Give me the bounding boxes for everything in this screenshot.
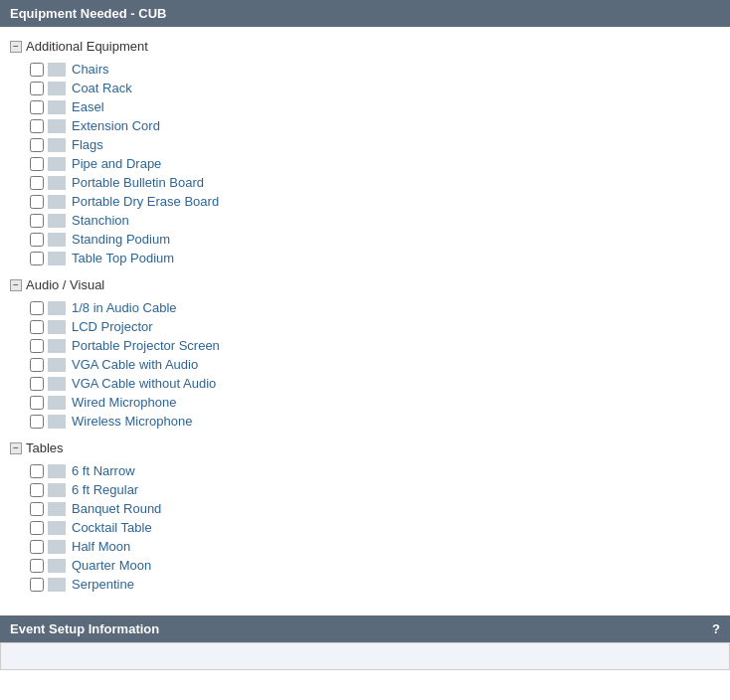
item-spacer: [48, 252, 66, 265]
checkbox-extension-cord[interactable]: [30, 119, 44, 133]
checkbox-6-ft-narrow[interactable]: [30, 464, 44, 478]
checkbox-coat-rack[interactable]: [30, 82, 44, 95]
list-item: Easel: [30, 97, 720, 116]
item-link-standing-podium[interactable]: Standing Podium: [72, 232, 170, 247]
item-link-1/8-in-audio-cable[interactable]: 1/8 in Audio Cable: [72, 300, 177, 315]
item-spacer: [48, 540, 66, 554]
list-item: Serpentine: [30, 575, 720, 594]
panel-header: Equipment Needed - CUB: [0, 0, 730, 27]
checkbox-quarter-moon[interactable]: [30, 559, 44, 573]
event-setup-header: Event Setup Information ?: [0, 615, 730, 642]
checkbox-lcd-projector[interactable]: [30, 320, 44, 334]
item-link-quarter-moon[interactable]: Quarter Moon: [72, 558, 151, 573]
collapse-btn-tables[interactable]: −: [10, 442, 22, 454]
item-spacer: [48, 138, 66, 152]
list-item: 6 ft Narrow: [30, 461, 720, 480]
group-header-tables: −Tables: [10, 440, 720, 455]
item-spacer: [48, 214, 66, 228]
checkbox-serpentine[interactable]: [30, 578, 44, 592]
item-link-wired-microphone[interactable]: Wired Microphone: [72, 395, 177, 410]
item-link-portable-bulletin-board[interactable]: Portable Bulletin Board: [72, 175, 204, 190]
list-item: Coat Rack: [30, 79, 720, 97]
list-item: Cocktail Table: [30, 518, 720, 537]
item-spacer: [48, 578, 66, 592]
checkbox-pipe-and-drape[interactable]: [30, 157, 44, 171]
help-icon[interactable]: ?: [712, 621, 720, 636]
checkbox-wired-microphone[interactable]: [30, 396, 44, 410]
item-list-audio-visual: 1/8 in Audio CableLCD ProjectorPortable …: [30, 298, 720, 431]
item-link-flags[interactable]: Flags: [72, 137, 103, 152]
checkbox-standing-podium[interactable]: [30, 233, 44, 247]
collapse-btn-audio-visual[interactable]: −: [10, 279, 22, 291]
item-link-lcd-projector[interactable]: LCD Projector: [72, 319, 153, 334]
item-link-vga-cable-without-audio[interactable]: VGA Cable without Audio: [72, 376, 216, 391]
item-list-additional-equipment: ChairsCoat RackEaselExtension CordFlagsP…: [30, 60, 720, 267]
item-link-table-top-podium[interactable]: Table Top Podium: [72, 251, 174, 265]
checkbox-portable-projector-screen[interactable]: [30, 339, 44, 353]
item-spacer: [48, 233, 66, 247]
list-item: Pipe and Drape: [30, 154, 720, 173]
item-link-vga-cable-with-audio[interactable]: VGA Cable with Audio: [72, 357, 198, 372]
group-label-tables: Tables: [26, 440, 64, 455]
item-link-cocktail-table[interactable]: Cocktail Table: [72, 520, 152, 535]
list-item: Wired Microphone: [30, 393, 720, 412]
list-item: LCD Projector: [30, 317, 720, 336]
list-item: Chairs: [30, 60, 720, 79]
item-link-6-ft-narrow[interactable]: 6 ft Narrow: [72, 463, 135, 478]
item-link-chairs[interactable]: Chairs: [72, 62, 109, 77]
item-link-pipe-and-drape[interactable]: Pipe and Drape: [72, 156, 161, 171]
list-item: Banquet Round: [30, 499, 720, 518]
list-item: 1/8 in Audio Cable: [30, 298, 720, 317]
list-item: Stanchion: [30, 211, 720, 230]
checkbox-portable-bulletin-board[interactable]: [30, 176, 44, 190]
item-spacer: [48, 82, 66, 95]
checkbox-chairs[interactable]: [30, 63, 44, 77]
checkbox-vga-cable-without-audio[interactable]: [30, 377, 44, 391]
list-item: Portable Bulletin Board: [30, 173, 720, 192]
item-spacer: [48, 559, 66, 573]
checkbox-vga-cable-with-audio[interactable]: [30, 358, 44, 372]
item-link-stanchion[interactable]: Stanchion: [72, 213, 129, 228]
checkbox-banquet-round[interactable]: [30, 502, 44, 516]
list-item: Standing Podium: [30, 230, 720, 249]
checkbox-stanchion[interactable]: [30, 214, 44, 228]
event-setup-label: Event Setup Information: [10, 621, 159, 636]
item-spacer: [48, 521, 66, 535]
item-spacer: [48, 176, 66, 190]
collapse-btn-additional-equipment[interactable]: −: [10, 41, 22, 53]
list-item: VGA Cable without Audio: [30, 374, 720, 393]
item-link-6-ft-regular[interactable]: 6 ft Regular: [72, 482, 138, 497]
item-spacer: [48, 100, 66, 114]
checkbox-cocktail-table[interactable]: [30, 521, 44, 535]
item-link-portable-projector-screen[interactable]: Portable Projector Screen: [72, 338, 220, 353]
item-link-extension-cord[interactable]: Extension Cord: [72, 118, 160, 133]
list-item: VGA Cable with Audio: [30, 355, 720, 374]
list-item: 6 ft Regular: [30, 480, 720, 499]
checkbox-half-moon[interactable]: [30, 540, 44, 554]
checkbox-6-ft-regular[interactable]: [30, 483, 44, 497]
item-spacer: [48, 339, 66, 353]
item-link-half-moon[interactable]: Half Moon: [72, 539, 130, 554]
item-link-banquet-round[interactable]: Banquet Round: [72, 501, 161, 516]
panel-title: Equipment Needed - CUB: [10, 6, 166, 21]
list-item: Extension Cord: [30, 116, 720, 135]
checkbox-wireless-microphone[interactable]: [30, 415, 44, 429]
checkbox-1/8-in-audio-cable[interactable]: [30, 301, 44, 315]
groups-container: −Additional EquipmentChairsCoat RackEase…: [10, 39, 720, 594]
checkbox-easel[interactable]: [30, 100, 44, 114]
item-spacer: [48, 415, 66, 429]
list-item: Half Moon: [30, 537, 720, 556]
list-item: Quarter Moon: [30, 556, 720, 575]
item-spacer: [48, 301, 66, 315]
group-label-additional-equipment: Additional Equipment: [26, 39, 148, 54]
item-link-serpentine[interactable]: Serpentine: [72, 577, 134, 592]
item-link-wireless-microphone[interactable]: Wireless Microphone: [72, 414, 192, 429]
checkbox-portable-dry-erase-board[interactable]: [30, 195, 44, 209]
checkbox-flags[interactable]: [30, 138, 44, 152]
item-spacer: [48, 195, 66, 209]
item-link-easel[interactable]: Easel: [72, 99, 104, 114]
item-link-portable-dry-erase-board[interactable]: Portable Dry Erase Board: [72, 194, 219, 209]
item-link-coat-rack[interactable]: Coat Rack: [72, 81, 132, 95]
item-spacer: [48, 377, 66, 391]
checkbox-table-top-podium[interactable]: [30, 252, 44, 265]
